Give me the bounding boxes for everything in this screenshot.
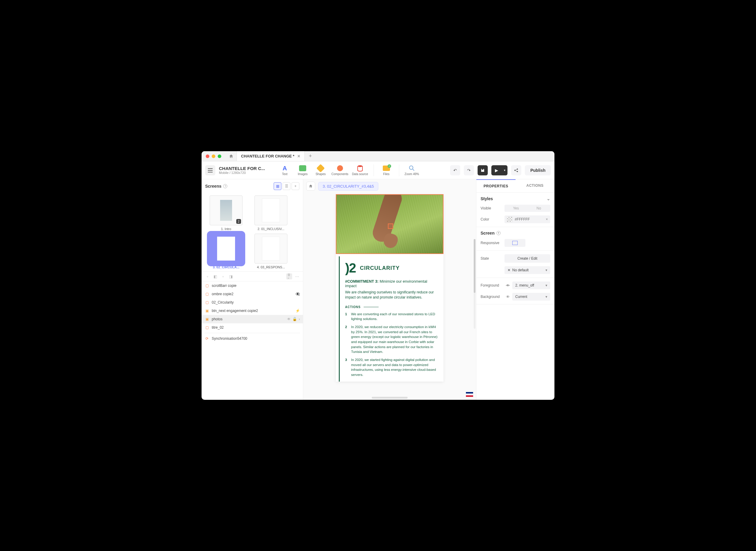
publish-button[interactable]: Publish <box>525 165 551 175</box>
eye-icon[interactable]: 👁 <box>287 317 291 321</box>
bolt-icon: ⚡ <box>295 309 300 313</box>
layer-tool-icon[interactable]: ◧ <box>212 273 218 280</box>
layer-name: ombre copie2 <box>212 292 234 296</box>
play-dropdown[interactable]: ▾ <box>502 165 507 175</box>
close-tab-icon[interactable]: × <box>297 153 300 159</box>
tool-files[interactable]: Files <box>379 165 394 176</box>
tab-properties[interactable]: PROPERTIES <box>476 179 516 192</box>
help-icon[interactable]: ? <box>223 184 227 188</box>
vertical-scrollbar[interactable] <box>474 239 476 329</box>
minimize-window[interactable] <box>212 154 215 158</box>
screen-thumb-4[interactable]: 4. 03_RESPONS... <box>250 234 292 269</box>
tab-actions[interactable]: ACTIONS <box>516 179 555 192</box>
share-button[interactable] <box>511 165 521 175</box>
tool-images[interactable]: Images <box>295 165 310 176</box>
description: We are challenging ourselves to signific… <box>345 290 438 300</box>
redo-button[interactable]: ↷ <box>464 165 474 175</box>
layer-item[interactable]: ▣btn_next engagement copie2⚡ <box>202 307 303 315</box>
canvas-home-button[interactable] <box>306 182 315 191</box>
layer-name: photos <box>212 317 223 321</box>
tool-datasource[interactable]: Data source <box>352 165 368 176</box>
stage: )2 CIRCULARITY #COMMITMENT 3: Minimize o… <box>303 193 476 400</box>
layer-tool-icon[interactable]: ▫ <box>205 273 211 280</box>
action-text: In 2020, we reduced our electricity cons… <box>351 325 438 355</box>
maximize-window[interactable] <box>218 154 221 158</box>
eye-icon[interactable]: 👁 <box>504 294 511 300</box>
svg-point-0 <box>358 165 362 167</box>
titlebar: CHANTELLE FOR CHANGE * × + <box>202 151 554 161</box>
default-state-select[interactable]: ✕ No default ▾ <box>504 266 550 274</box>
add-screen-button[interactable]: + <box>292 182 299 190</box>
canvas[interactable]: 3. 02_CIRCULARITY_#3,4&5 )2 CIRCULARITY <box>303 179 476 400</box>
layer-item[interactable]: ▣photos👁🔓› <box>202 315 303 323</box>
screen-name: 1. Intro <box>221 227 231 231</box>
styles-header[interactable]: Styles ⌄ <box>481 196 550 201</box>
layers-panel: ▫ ◧ ▫ ◨ 🗑 × ⋯ ▢scrollBarr copie▢ombre co… <box>202 271 303 400</box>
layer-type-icon: ▢ <box>205 283 209 288</box>
create-edit-button[interactable]: Create / Edit <box>504 254 550 262</box>
tool-text[interactable]: AText <box>277 165 292 176</box>
home-tab-button[interactable] <box>226 151 237 161</box>
screen-thumb-1[interactable]: 2 1. Intro <box>205 195 247 231</box>
section-title: CIRCULARITY <box>360 265 400 271</box>
eye-off-icon[interactable]: 👁 <box>504 282 511 289</box>
layer-tool-icon[interactable]: ◨ <box>228 273 234 280</box>
help-icon[interactable]: ? <box>496 231 501 235</box>
menu-button[interactable] <box>205 165 215 175</box>
responsive-toggle[interactable] <box>504 239 525 247</box>
tool-components[interactable]: Components <box>331 165 348 176</box>
language-flag-icon[interactable] <box>466 392 473 397</box>
action-item: 2In 2020, we reduced our electricity con… <box>345 325 438 355</box>
layer-tool-icon[interactable]: ▫ <box>220 273 226 280</box>
traffic-lights <box>202 154 226 158</box>
layer-item[interactable]: ▢ombre copie2👁‍🗨 <box>202 290 303 298</box>
layer-item[interactable]: ▢02_Circularity <box>202 298 303 307</box>
breadcrumb-label: 3. 02_CIRCULARITY_#3,4&5 <box>323 184 374 188</box>
chevron-down-icon: ▾ <box>545 283 547 288</box>
tool-zoom[interactable]: Zoom 49% <box>405 165 419 176</box>
add-tab-button[interactable]: + <box>305 153 316 159</box>
actions-label: ACTIONS <box>345 306 361 309</box>
project-tab[interactable]: CHANTELLE FOR CHANGE * × <box>237 151 305 161</box>
device-frame[interactable]: )2 CIRCULARITY #COMMITMENT 3: Minimize o… <box>336 194 444 382</box>
clear-color-icon[interactable]: × <box>546 217 548 221</box>
undo-button[interactable]: ↶ <box>450 165 460 175</box>
close-window[interactable] <box>206 154 209 158</box>
background-select[interactable]: Current ▾ <box>512 293 550 301</box>
visible-label: Visible <box>481 206 504 210</box>
commitment-label: #COMMITMENT 3: <box>345 279 379 284</box>
responsive-label: Responsive <box>481 241 504 245</box>
visible-toggle[interactable]: Yes No <box>504 205 550 212</box>
section-number: )2 <box>345 260 355 276</box>
color-input[interactable]: #FFFFFF × <box>504 215 550 223</box>
selection-handle-icon[interactable] <box>388 223 393 229</box>
styles-section: Styles ⌄ Visible Yes No Color #FFFFFF × <box>476 193 554 227</box>
foreground-select[interactable]: 2. menu_off ▾ <box>512 282 550 289</box>
grid-view-button[interactable]: ▦ <box>274 182 281 190</box>
screens-label: Screens <box>205 184 221 188</box>
save-button[interactable] <box>478 165 488 175</box>
tool-shapes[interactable]: Shapes <box>313 165 328 176</box>
screen-thumb-2[interactable]: 2. 01_INCLUSIV... <box>250 195 292 231</box>
screen-thumb-3[interactable]: 3. 02_CIRCULA... <box>205 234 247 269</box>
horizontal-scrollbar[interactable] <box>372 397 408 399</box>
layer-more-icon[interactable]: ⋯ <box>294 273 300 280</box>
layer-item[interactable]: ⟳Synchronisation54700 <box>202 334 303 343</box>
toggle-no: No <box>527 205 550 212</box>
layer-item[interactable]: ▢titre_02 <box>202 323 303 332</box>
lock-icon[interactable]: 🔓 <box>292 317 297 321</box>
play-button[interactable]: ▶ <box>491 165 502 175</box>
screen-name: 2. 01_INCLUSIV... <box>257 227 284 231</box>
right-tabs: PROPERTIES ACTIONS <box>476 179 554 193</box>
layer-name: 02_Circularity <box>212 300 234 305</box>
chevron-right-icon[interactable]: › <box>299 317 300 321</box>
badge-count: 2 <box>236 219 241 224</box>
breadcrumb[interactable]: 3. 02_CIRCULARITY_#3,4&5 <box>318 182 378 191</box>
layer-item[interactable]: ▢scrollBarr copie <box>202 282 303 290</box>
tool-shapes-label: Shapes <box>315 172 326 176</box>
delete-layer-button[interactable]: 🗑 × <box>286 273 292 280</box>
svg-point-3 <box>517 168 518 170</box>
list-view-button[interactable]: ☰ <box>283 182 290 190</box>
action-text: In 2020, we started fighting against dig… <box>351 357 438 377</box>
hero-image-selected[interactable] <box>336 194 444 254</box>
